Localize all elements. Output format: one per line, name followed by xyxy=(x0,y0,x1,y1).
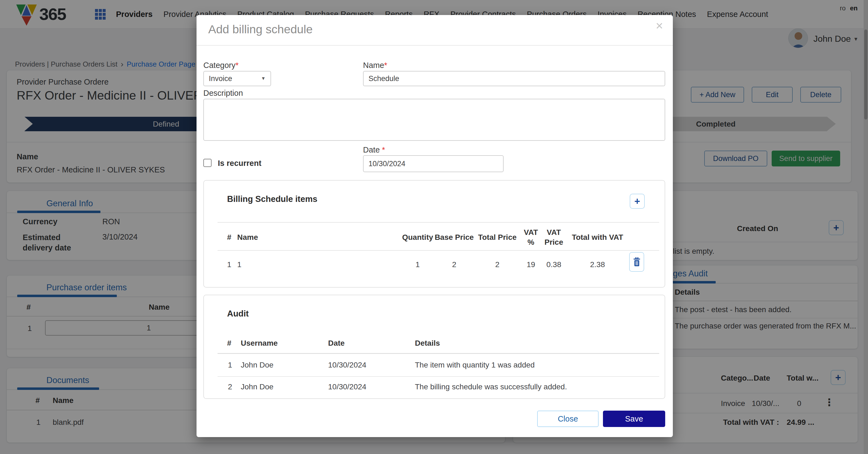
required-asterisk: * xyxy=(384,61,387,70)
date-label: Date * xyxy=(363,145,385,155)
audit-row-number: 1 xyxy=(228,361,232,369)
item-row-vat-price: 0.38 xyxy=(547,260,561,269)
name-label: Name* xyxy=(363,61,387,70)
audit-row-details: The item with quantity 1 was added xyxy=(415,361,535,369)
close-button[interactable]: Close xyxy=(537,411,598,427)
audit-col-date: Date xyxy=(328,339,345,348)
items-col-total-price: Total Price xyxy=(478,233,517,242)
audit-row-details: The billing schedule was successfully ad… xyxy=(415,383,567,391)
item-row-base-price: 2 xyxy=(452,260,456,269)
item-row-total-with-vat: 2.38 xyxy=(590,260,605,269)
audit-col-num: # xyxy=(227,339,231,348)
category-selected-value: Invoice xyxy=(209,74,232,83)
is-recurrent-checkbox[interactable] xyxy=(203,159,212,167)
category-label: Category* xyxy=(203,61,239,70)
items-col-num: # xyxy=(227,233,231,242)
items-col-quantity: Quantity xyxy=(402,233,433,242)
audit-col-details: Details xyxy=(415,339,440,348)
items-col-name: Name xyxy=(237,233,258,242)
description-textarea[interactable] xyxy=(203,99,665,141)
items-col-vat-pct: VAT % xyxy=(522,228,539,248)
date-input[interactable] xyxy=(363,155,504,172)
description-label: Description xyxy=(203,89,243,98)
item-row-quantity: 1 xyxy=(415,260,420,269)
add-billing-schedule-modal: Add billing schedule × Category* Invoice… xyxy=(196,15,673,437)
audit-title: Audit xyxy=(227,309,249,319)
name-input[interactable] xyxy=(363,71,665,86)
trash-icon xyxy=(633,257,641,266)
audit-col-username: Username xyxy=(241,339,278,348)
add-billing-item-button[interactable]: + xyxy=(630,194,645,209)
audit-panel: Audit # Username Date Details 1 John Doe… xyxy=(203,295,665,399)
plus-icon: + xyxy=(634,196,640,206)
item-row-number: 1 xyxy=(227,260,231,269)
required-asterisk: * xyxy=(382,145,385,154)
delete-item-button[interactable] xyxy=(629,252,644,272)
item-row-name: 1 xyxy=(237,260,242,269)
audit-row-username: John Doe xyxy=(241,383,274,391)
items-col-base-price: Base Price xyxy=(435,233,473,242)
application-window: 365 Providers Provider Analytics Product… xyxy=(0,0,868,454)
is-recurrent-label: Is recurrent xyxy=(218,159,261,168)
audit-row-number: 2 xyxy=(228,383,232,391)
billing-items-title: Billing Schedule items xyxy=(227,194,317,204)
save-button[interactable]: Save xyxy=(603,411,665,427)
billing-items-panel: Billing Schedule items + # Name Quantity… xyxy=(203,180,665,288)
audit-row-date: 10/30/2024 xyxy=(328,361,366,369)
items-col-vat-price: VAT Price xyxy=(543,228,565,248)
required-asterisk: * xyxy=(236,61,239,70)
modal-title: Add billing schedule xyxy=(208,23,313,36)
items-col-total-with-vat: Total with VAT xyxy=(572,233,623,242)
item-row-total-price: 2 xyxy=(495,260,499,269)
close-icon[interactable]: × xyxy=(656,20,663,32)
audit-row-date: 10/30/2024 xyxy=(328,383,366,391)
category-select[interactable]: Invoice ▼ xyxy=(203,71,271,86)
chevron-down-icon: ▼ xyxy=(261,76,266,81)
item-row-vat-pct: 19 xyxy=(527,260,535,269)
audit-row-username: John Doe xyxy=(241,361,274,369)
